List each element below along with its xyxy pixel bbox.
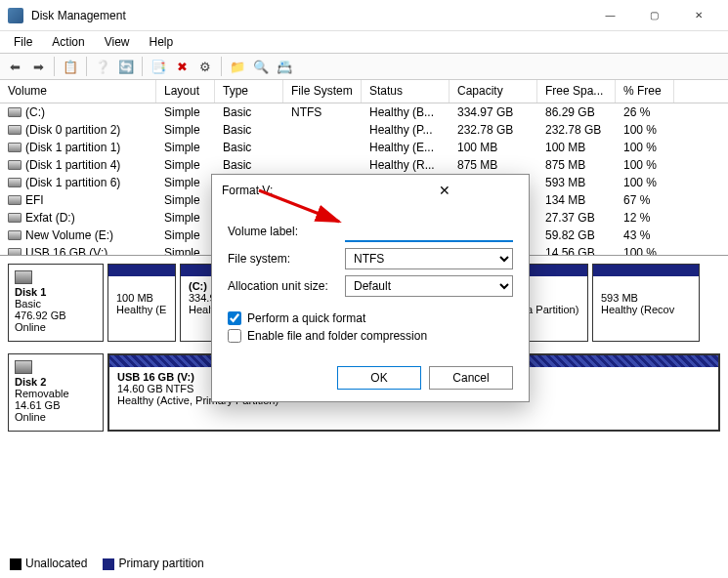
format-dialog: Format V: ✕ Volume label: File system: N… <box>211 174 530 402</box>
header-volume[interactable]: Volume <box>0 80 156 103</box>
legend: Unallocated Primary partition <box>10 557 204 570</box>
disk-1-name: Disk 1 <box>15 286 46 298</box>
header-type[interactable]: Type <box>215 80 283 103</box>
drive-icon <box>8 213 21 223</box>
new-icon[interactable]: 📁 <box>227 56 248 77</box>
header-freespace[interactable]: Free Spa... <box>537 80 616 103</box>
header-layout[interactable]: Layout <box>156 80 215 103</box>
disk-2-name: Disk 2 <box>15 376 46 388</box>
header-pctfree[interactable]: % Free <box>616 80 674 103</box>
close-button[interactable]: ✕ <box>676 1 720 30</box>
maximize-button[interactable]: ▢ <box>632 1 676 30</box>
menubar: File Action View Help <box>0 31 728 53</box>
app-title: Disk Management <box>31 9 588 22</box>
volume-row[interactable]: (Disk 1 partition 4)SimpleBasicHealthy (… <box>0 156 728 174</box>
quick-format-checkbox[interactable] <box>228 311 241 325</box>
dialog-title: Format V: <box>222 184 370 197</box>
ok-button[interactable]: OK <box>337 366 421 390</box>
titlebar[interactable]: Disk Management — ▢ ✕ <box>0 0 728 31</box>
column-headers: Volume Layout Type File System Status Ca… <box>0 80 728 103</box>
action-icon[interactable]: ⚙ <box>194 56 216 77</box>
drive-icon <box>8 195 21 205</box>
compression-checkbox[interactable] <box>228 329 241 343</box>
volume-label-label: Volume label: <box>228 225 345 238</box>
allocation-label: Allocation unit size: <box>228 279 345 293</box>
menu-file[interactable]: File <box>6 33 40 51</box>
forward-icon[interactable]: ➡ <box>27 56 49 77</box>
app-icon <box>8 8 23 23</box>
help-icon[interactable]: ❔ <box>92 56 113 77</box>
volume-label-input[interactable] <box>345 221 513 242</box>
props-icon[interactable]: 📇 <box>274 56 295 77</box>
legend-swatch-primary <box>103 558 114 570</box>
filesystem-select[interactable]: NTFS <box>345 248 513 269</box>
toolbar: ⬅ ➡ 📋 ❔ 🔄 📑 ✖ ⚙ 📁 🔍 📇 <box>0 53 728 80</box>
drive-icon <box>8 178 21 187</box>
menu-view[interactable]: View <box>97 33 138 51</box>
disk-1-partition[interactable]: 100 MBHealthy (E <box>107 264 176 342</box>
minimize-button[interactable]: — <box>588 1 632 30</box>
volume-row[interactable]: (Disk 0 partition 2)SimpleBasicHealthy (… <box>0 121 728 139</box>
drive-icon <box>8 160 21 170</box>
disk-2-info[interactable]: Disk 2 Removable 14.61 GB Online <box>8 353 104 432</box>
back-icon[interactable]: ⬅ <box>4 56 25 77</box>
filesystem-label: File system: <box>228 252 345 266</box>
compression-label: Enable file and folder compression <box>247 329 427 343</box>
search-icon[interactable]: 🔍 <box>250 56 272 77</box>
drive-icon <box>8 125 21 135</box>
show-icon[interactable]: 📋 <box>60 56 81 77</box>
menu-help[interactable]: Help <box>142 33 182 51</box>
header-filesystem[interactable]: File System <box>283 80 362 103</box>
drive-icon <box>8 248 21 255</box>
drive-icon <box>8 230 21 240</box>
cancel-button[interactable]: Cancel <box>429 366 513 390</box>
list-icon[interactable]: 📑 <box>148 56 169 77</box>
disk-icon <box>15 270 32 284</box>
drive-icon <box>8 107 21 117</box>
disk-1-partition[interactable]: 593 MBHealthy (Recov <box>592 264 700 342</box>
disk-1-info[interactable]: Disk 1 Basic 476.92 GB Online <box>8 264 104 342</box>
header-status[interactable]: Status <box>362 80 450 103</box>
menu-action[interactable]: Action <box>44 33 92 51</box>
allocation-select[interactable]: Default <box>345 275 513 297</box>
refresh-icon[interactable]: 🔄 <box>115 56 137 77</box>
drive-icon <box>8 143 21 152</box>
delete-icon[interactable]: ✖ <box>171 56 193 77</box>
legend-swatch-unallocated <box>10 558 21 570</box>
quick-format-label: Perform a quick format <box>247 311 365 325</box>
volume-row[interactable]: (C:)SimpleBasicNTFSHealthy (B...334.97 G… <box>0 103 728 121</box>
dialog-close-icon[interactable]: ✕ <box>370 183 519 198</box>
disk-icon <box>15 360 32 374</box>
volume-row[interactable]: (Disk 1 partition 1)SimpleBasicHealthy (… <box>0 139 728 156</box>
header-capacity[interactable]: Capacity <box>450 80 537 103</box>
